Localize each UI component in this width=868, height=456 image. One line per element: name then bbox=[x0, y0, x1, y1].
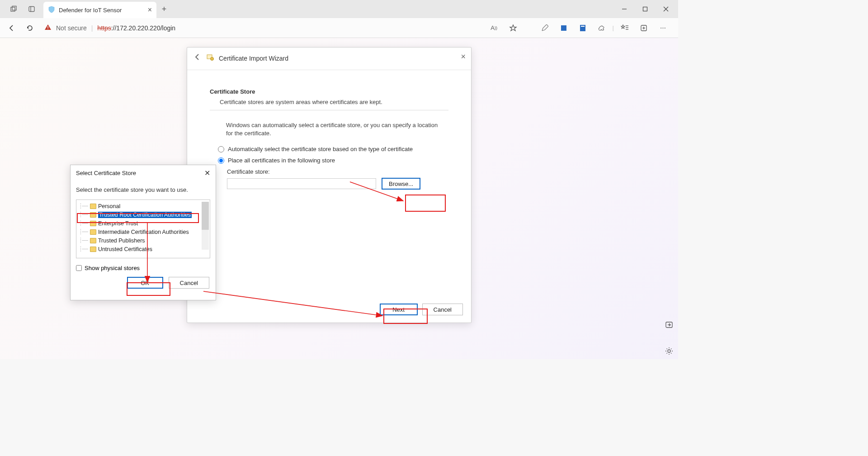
tree-item-label: Trusted Root Certification Authorities bbox=[98, 212, 192, 218]
tree-item[interactable]: ┊── Enterprise Trust bbox=[79, 219, 207, 228]
page-content: × Certificate Import Wizard Certificate … bbox=[0, 38, 678, 359]
svg-rect-1 bbox=[12, 6, 16, 10]
menu-icon[interactable]: ⋯ bbox=[655, 20, 671, 36]
show-physical-input[interactable] bbox=[76, 265, 82, 271]
tab-title: Defender for IoT Sensor bbox=[59, 7, 122, 14]
certificate-import-wizard: × Certificate Import Wizard Certificate … bbox=[187, 47, 472, 323]
scrollbar-thumb[interactable] bbox=[202, 202, 209, 230]
radio-auto-label: Automatically select the certificate sto… bbox=[228, 146, 413, 152]
shield-icon bbox=[48, 6, 55, 14]
svg-rect-10 bbox=[561, 25, 566, 31]
ok-button[interactable]: OK bbox=[127, 277, 163, 289]
radio-auto-input[interactable] bbox=[218, 146, 224, 152]
sidebar-expand-icon[interactable] bbox=[663, 318, 675, 331]
folder-icon bbox=[90, 204, 96, 209]
tree-item[interactable]: ┊── Trusted Publishers bbox=[79, 236, 207, 245]
show-physical-label: Show physical stores bbox=[85, 265, 140, 271]
svg-rect-8 bbox=[47, 26, 48, 28]
favorite-icon[interactable] bbox=[505, 20, 521, 36]
settings-gear-icon[interactable] bbox=[663, 345, 675, 357]
tab-close-icon[interactable]: × bbox=[148, 6, 152, 14]
tree-item[interactable]: ┊── Intermediate Certification Authoriti… bbox=[79, 228, 207, 236]
section-subtext: Certificate stores are system areas wher… bbox=[220, 99, 448, 105]
svg-point-20 bbox=[211, 57, 214, 61]
svg-rect-5 bbox=[643, 7, 647, 11]
extensions-icon[interactable] bbox=[594, 20, 610, 36]
folder-icon bbox=[90, 229, 96, 235]
svg-rect-2 bbox=[29, 7, 34, 12]
radio-auto-select[interactable]: Automatically select the certificate sto… bbox=[218, 146, 448, 152]
folder-icon bbox=[90, 238, 96, 243]
svg-rect-0 bbox=[11, 7, 15, 11]
cert-store-label: Certificate store: bbox=[227, 168, 448, 175]
address-bar[interactable]: Not secure | https://172.20.220.220/logi… bbox=[40, 20, 484, 36]
next-button[interactable]: Next bbox=[380, 304, 418, 315]
security-status: Not secure bbox=[56, 24, 87, 32]
maximize-icon[interactable] bbox=[635, 0, 656, 18]
wizard-cancel-button[interactable]: Cancel bbox=[422, 304, 463, 315]
store-dialog-title: Select Certificate Store bbox=[76, 170, 136, 176]
radio-place-input[interactable] bbox=[218, 157, 224, 164]
tab-actions-icon[interactable] bbox=[5, 2, 22, 16]
browser-titlebar: Defender for IoT Sensor × + bbox=[0, 0, 678, 18]
browser-toolbar: Not secure | https://172.20.220.220/logi… bbox=[0, 18, 678, 38]
svg-rect-9 bbox=[47, 28, 48, 29]
radio-place-label: Place all certificates in the following … bbox=[228, 157, 335, 164]
new-tab-button[interactable]: + bbox=[156, 5, 172, 14]
tree-item-label: Personal bbox=[98, 203, 120, 209]
collections-blue-icon[interactable] bbox=[556, 20, 572, 36]
tree-item-label: Untrusted Certificates bbox=[98, 246, 152, 252]
tree-item[interactable]: ┊── Personal bbox=[79, 202, 207, 210]
warning-icon bbox=[44, 24, 52, 32]
url-text: https://172.20.220.220/login bbox=[97, 24, 175, 32]
folder-icon bbox=[90, 247, 96, 252]
browser-tab[interactable]: Defender for IoT Sensor × bbox=[43, 2, 156, 18]
cert-store-input[interactable] bbox=[227, 178, 376, 189]
pen-icon[interactable] bbox=[537, 20, 553, 36]
collections-icon[interactable] bbox=[636, 20, 652, 36]
help-text: Windows can automatically select a certi… bbox=[226, 121, 443, 138]
cert-icon bbox=[206, 53, 214, 63]
tree-item-label: Intermediate Certification Authorities bbox=[98, 229, 189, 235]
minimize-icon[interactable] bbox=[614, 0, 635, 18]
wizard-back-icon[interactable] bbox=[193, 53, 202, 63]
select-certificate-store-dialog: Select Certificate Store ✕ Select the ce… bbox=[70, 165, 216, 300]
reading-list-icon[interactable] bbox=[575, 20, 591, 36]
browse-button[interactable]: Browse... bbox=[382, 178, 420, 190]
store-cancel-button[interactable]: Cancel bbox=[169, 277, 209, 289]
read-aloud-icon[interactable]: A)) bbox=[486, 20, 502, 36]
folder-icon bbox=[90, 221, 96, 226]
tree-item[interactable]: ┊── Trusted Root Certification Authoriti… bbox=[79, 210, 207, 219]
tree-item[interactable]: ┊── Untrusted Certificates bbox=[79, 245, 207, 253]
back-icon[interactable] bbox=[4, 20, 20, 36]
wizard-title: Certificate Import Wizard bbox=[219, 55, 288, 62]
refresh-icon[interactable] bbox=[22, 20, 38, 36]
tree-item-label: Enterprise Trust bbox=[98, 220, 138, 227]
svg-rect-12 bbox=[581, 26, 585, 27]
svg-point-25 bbox=[668, 350, 670, 352]
cert-store-tree[interactable]: ┊── Personal┊── Trusted Root Certificati… bbox=[76, 200, 210, 258]
show-physical-stores-checkbox[interactable]: Show physical stores bbox=[71, 262, 216, 273]
store-dialog-close-icon[interactable]: ✕ bbox=[204, 169, 210, 177]
store-dialog-message: Select the certificate store you want to… bbox=[71, 181, 216, 196]
section-heading: Certificate Store bbox=[210, 88, 448, 95]
sidebar-toggle-icon[interactable] bbox=[24, 2, 40, 16]
favorites-list-icon[interactable] bbox=[617, 20, 633, 36]
close-window-icon[interactable] bbox=[656, 0, 676, 18]
radio-place-all[interactable]: Place all certificates in the following … bbox=[218, 157, 448, 164]
wizard-close-icon[interactable]: × bbox=[461, 52, 466, 62]
edge-sidebar-icons bbox=[663, 318, 675, 357]
tree-item-label: Trusted Publishers bbox=[98, 238, 145, 244]
folder-icon bbox=[90, 212, 96, 218]
